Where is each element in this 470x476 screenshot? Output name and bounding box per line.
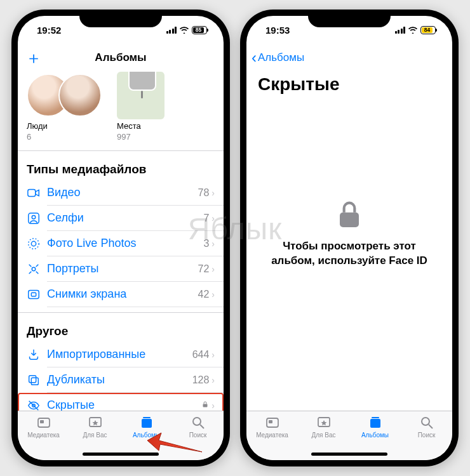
add-button[interactable]: ＋	[25, 44, 42, 72]
row-label: Селфи	[43, 211, 203, 225]
svg-rect-21	[340, 213, 359, 227]
chevron-right-icon: ›	[211, 400, 215, 411]
nav-title: Альбомы	[95, 51, 146, 64]
plus-icon: ＋	[25, 50, 42, 66]
chevron-right-icon: ›	[211, 264, 215, 274]
svg-point-2	[32, 215, 36, 219]
map-photo-pin	[128, 72, 156, 91]
row-live-photos[interactable]: Фото Live Photos 3 ›	[18, 231, 224, 256]
row-count: 644	[192, 349, 210, 360]
live-photo-icon	[27, 237, 43, 251]
row-label: Снимки экрана	[43, 288, 198, 301]
hidden-icon	[27, 399, 43, 411]
tab-label: Медиатека	[256, 432, 288, 439]
svg-line-20	[200, 425, 204, 428]
row-label: Фото Live Photos	[43, 237, 203, 250]
face-avatar	[58, 74, 102, 117]
back-label: Альбомы	[258, 51, 304, 64]
row-label: Видео	[43, 186, 198, 199]
tab-search[interactable]: Поиск	[401, 415, 452, 460]
row-count: 42	[198, 289, 210, 300]
status-time: 19:53	[265, 25, 290, 36]
home-indicator[interactable]	[311, 453, 387, 456]
svg-point-4	[29, 239, 39, 249]
album-count: 997	[117, 132, 164, 142]
notch	[79, 10, 162, 27]
tab-label: Альбомы	[133, 432, 160, 439]
row-label: Портреты	[43, 262, 198, 275]
cellular-icon	[395, 27, 406, 34]
phone-left: 19:52 85 ＋ Альбомы Люди 6	[11, 10, 230, 466]
svg-point-27	[422, 418, 429, 425]
screen-left: 19:52 85 ＋ Альбомы Люди 6	[18, 16, 224, 460]
chevron-right-icon: ›	[211, 188, 215, 198]
tab-library[interactable]: Медиатека	[246, 415, 298, 460]
locked-album-placeholder: Чтобы просмотреть этот альбом, используй…	[246, 95, 452, 392]
page-title: Скрытые	[246, 72, 452, 95]
album-people[interactable]: Люди 6	[27, 72, 109, 142]
wifi-icon	[408, 26, 418, 34]
svg-rect-1	[29, 213, 39, 224]
tab-library[interactable]: Медиатека	[18, 415, 69, 460]
svg-rect-12	[203, 404, 208, 407]
chevron-right-icon: ›	[211, 350, 215, 360]
status-right: 84	[395, 26, 436, 34]
chevron-right-icon: ›	[211, 375, 215, 385]
svg-rect-8	[29, 376, 36, 383]
row-count: 7	[203, 213, 209, 224]
row-screenshots[interactable]: Снимки экрана 42 ›	[18, 282, 224, 307]
row-video[interactable]: Видео 78 ›	[18, 180, 224, 206]
lock-message: Чтобы просмотреть этот альбом, используй…	[265, 239, 433, 268]
cellular-icon	[166, 27, 177, 34]
battery-icon: 85	[192, 26, 207, 34]
svg-point-5	[32, 267, 36, 271]
screen-right: 19:53 84 ‹ Альбомы Скрытые Чтобы просмот…	[246, 16, 452, 460]
import-icon	[27, 348, 43, 362]
svg-rect-9	[31, 378, 38, 385]
back-button[interactable]: ‹ Альбомы	[252, 44, 304, 72]
phone-right: 19:53 84 ‹ Альбомы Скрытые Чтобы просмот…	[240, 10, 459, 466]
people-thumbnails	[27, 72, 109, 119]
row-count: 3	[203, 238, 209, 249]
tab-label: Для Вас	[311, 432, 335, 439]
row-count: 72	[198, 263, 210, 275]
tab-search[interactable]: Поиск	[172, 415, 224, 460]
chevron-right-icon: ›	[211, 213, 215, 223]
row-count: 78	[198, 187, 210, 199]
row-label: Дубликаты	[43, 373, 192, 387]
content: Люди 6 Места 997 Типы медиафайлов Видео …	[18, 72, 224, 411]
svg-rect-18	[143, 417, 151, 418]
row-selfie[interactable]: Селфи 7 ›	[18, 206, 224, 231]
tab-label: Поиск	[189, 432, 207, 439]
portrait-icon	[27, 262, 43, 276]
svg-rect-7	[31, 293, 36, 296]
lock-icon	[337, 199, 362, 230]
row-imported[interactable]: Импортированные 644 ›	[18, 342, 224, 367]
svg-rect-6	[29, 290, 39, 298]
map-thumbnail	[117, 72, 164, 119]
svg-rect-17	[142, 419, 152, 428]
battery-icon: 84	[420, 26, 436, 34]
status-time: 19:52	[37, 25, 61, 36]
svg-rect-26	[372, 417, 379, 418]
home-indicator[interactable]	[83, 453, 159, 456]
album-label: Люди	[27, 121, 109, 132]
svg-rect-0	[28, 189, 36, 196]
row-hidden[interactable]: Скрытые ›	[18, 393, 224, 411]
tab-label: Поиск	[418, 432, 436, 439]
svg-point-3	[31, 241, 36, 246]
navbar: ‹ Альбомы	[246, 44, 452, 72]
svg-line-28	[429, 425, 433, 428]
album-label: Места	[117, 121, 164, 132]
svg-rect-15	[40, 420, 44, 423]
album-places[interactable]: Места 997	[117, 72, 164, 142]
row-label: Импортированные	[43, 348, 192, 361]
section-header-media: Типы медиафайлов	[18, 150, 224, 180]
notch	[308, 10, 391, 27]
row-portraits[interactable]: Портреты 72 ›	[18, 256, 224, 282]
albums-grid: Люди 6 Места 997	[18, 72, 224, 145]
row-label: Скрытые	[43, 399, 201, 411]
status-right: 85	[166, 26, 208, 34]
row-duplicates[interactable]: Дубликаты 128 ›	[18, 367, 224, 393]
svg-rect-23	[269, 420, 272, 423]
